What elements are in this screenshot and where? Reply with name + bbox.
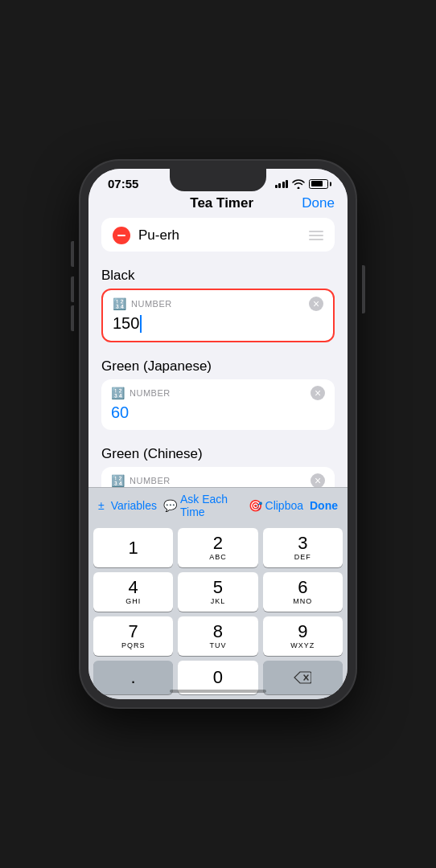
list-card: Pu-erh Add new item xyxy=(101,218,335,252)
key-2-letters: ABC xyxy=(209,553,227,561)
key-1[interactable]: 1 xyxy=(93,528,173,567)
signal-icon xyxy=(275,180,289,188)
wifi-icon xyxy=(292,179,305,189)
key-8-num: 8 xyxy=(213,623,223,641)
field-header-chinese: 🔢 NUMBER xyxy=(111,473,325,487)
delete-icon xyxy=(294,671,311,684)
clear-chinese-button[interactable] xyxy=(311,473,325,487)
black-field-value[interactable]: 150 xyxy=(113,313,323,334)
key-5-num: 5 xyxy=(213,579,223,596)
keyboard-toolbar: ± Variables 💬 Ask Each Time 🎯 Clipboa Do… xyxy=(88,487,348,523)
field-header-japanese: 🔢 NUMBER xyxy=(111,386,325,400)
field-label-chinese: NUMBER xyxy=(130,476,171,485)
remove-puerh-button[interactable] xyxy=(113,227,130,244)
green-japanese-number-field[interactable]: 🔢 NUMBER 60 xyxy=(101,379,335,430)
nav-bar: Tea Timer Done xyxy=(88,190,348,218)
key-dot[interactable]: . xyxy=(93,661,173,694)
key-8[interactable]: 8 TUV xyxy=(178,616,257,656)
key-3-num: 3 xyxy=(298,534,307,552)
plus-minus-button[interactable]: ± xyxy=(98,499,105,512)
status-icons xyxy=(275,179,329,189)
black-number-field[interactable]: 🔢 NUMBER 150 xyxy=(101,289,335,342)
clear-black-button[interactable] xyxy=(309,297,323,311)
clipboard-label: Clipboa xyxy=(265,499,303,512)
variables-button[interactable]: Variables xyxy=(111,499,157,512)
key-0-num: 0 xyxy=(213,669,223,686)
clear-japanese-button[interactable] xyxy=(311,386,325,400)
key-2-num: 2 xyxy=(213,534,223,552)
key-9-letters: WXYZ xyxy=(290,641,315,649)
puerh-label: Pu-erh xyxy=(138,227,179,244)
key-4-letters: GHI xyxy=(125,597,141,605)
key-5-letters: JKL xyxy=(211,597,226,605)
key-4[interactable]: 4 GHI xyxy=(93,572,173,612)
key-6-num: 6 xyxy=(298,579,307,596)
key-delete[interactable] xyxy=(263,661,343,694)
green-japanese-section-label: Green (Japanese) xyxy=(88,350,348,379)
field-label-japanese: NUMBER xyxy=(130,388,171,398)
field-header-black: 🔢 NUMBER xyxy=(113,297,323,311)
nav-title: Tea Timer xyxy=(190,195,253,211)
clipboard-button[interactable]: 🎯 Clipboa xyxy=(249,499,303,512)
key-7-num: 7 xyxy=(129,623,138,641)
nav-done-button[interactable]: Done xyxy=(302,195,335,211)
key-dot-num: . xyxy=(131,669,136,686)
key-7[interactable]: 7 PQRS xyxy=(93,616,173,656)
japanese-field-value[interactable]: 60 xyxy=(111,402,325,424)
key-9[interactable]: 9 WXYZ xyxy=(263,616,343,656)
green-chinese-section-label: Green (Chinese) xyxy=(88,438,348,467)
field-label-black: NUMBER xyxy=(131,299,172,309)
black-section-label: Black xyxy=(88,260,348,289)
key-2[interactable]: 2 ABC xyxy=(178,528,257,567)
notch xyxy=(170,169,266,191)
key-9-num: 9 xyxy=(298,623,307,641)
drag-handle[interactable] xyxy=(309,231,323,240)
keyboard-done-button[interactable]: Done xyxy=(310,499,338,512)
green-chinese-number-field[interactable]: 🔢 NUMBER xyxy=(101,467,335,487)
key-4-num: 4 xyxy=(129,579,138,596)
number-icon-japanese: 🔢 xyxy=(111,387,125,399)
number-icon-chinese: 🔢 xyxy=(111,474,125,487)
key-1-num: 1 xyxy=(129,539,138,557)
status-bar: 07:55 xyxy=(88,169,348,190)
list-item-puerh[interactable]: Pu-erh xyxy=(101,218,335,252)
status-time: 07:55 xyxy=(108,177,138,190)
key-7-letters: PQRS xyxy=(121,641,146,649)
ask-each-time-label: Ask Each Time xyxy=(180,493,242,518)
key-6-letters: MNO xyxy=(293,597,312,605)
key-3-letters: DEF xyxy=(294,553,311,561)
ask-each-time-button[interactable]: 💬 Ask Each Time xyxy=(163,493,242,518)
number-icon-black: 🔢 xyxy=(113,297,126,310)
numeric-keyboard: 1 2 ABC 3 DEF 4 GHI 5 JKL xyxy=(88,523,348,699)
variables-label: Variables xyxy=(111,499,157,512)
key-6[interactable]: 6 MNO xyxy=(263,572,343,612)
home-indicator xyxy=(170,690,266,693)
key-3[interactable]: 3 DEF xyxy=(263,528,343,567)
key-8-letters: TUV xyxy=(209,641,226,649)
key-5[interactable]: 5 JKL xyxy=(178,572,257,612)
battery-icon xyxy=(309,179,328,189)
